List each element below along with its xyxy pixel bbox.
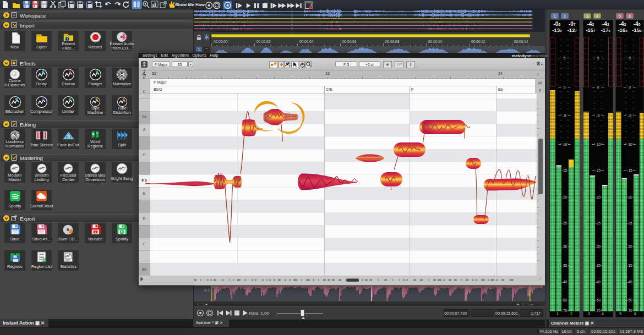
svg-text:5: 5 [564, 56, 566, 60]
svg-text:-15: -15 [596, 168, 601, 172]
svg-text:-35: -35 [596, 263, 601, 267]
svg-text:-70: -70 [627, 309, 632, 312]
svg-text:-15: -15 [627, 168, 632, 172]
svg-text:-15: -15 [562, 168, 567, 172]
svg-text:0: 0 [597, 85, 599, 89]
svg-text:-40: -40 [596, 280, 601, 284]
svg-text:-5: -5 [597, 114, 600, 118]
svg-text:-50: -50 [596, 298, 601, 302]
svg-text:-50: -50 [562, 298, 567, 302]
svg-text:-20: -20 [627, 195, 632, 199]
svg-text:-50: -50 [627, 298, 632, 302]
svg-text:-25: -25 [596, 221, 601, 225]
svg-text:5: 5 [597, 56, 599, 60]
svg-text:-40: -40 [562, 280, 567, 284]
svg-text:-30: -30 [627, 245, 632, 249]
svg-text:-10: -10 [627, 142, 632, 146]
svg-text:-30: -30 [562, 245, 567, 249]
svg-text:-30: -30 [596, 245, 601, 249]
svg-text:-25: -25 [562, 221, 567, 225]
svg-text:-5: -5 [563, 114, 566, 118]
svg-text:5: 5 [629, 56, 631, 60]
svg-text:0: 0 [564, 85, 566, 89]
svg-text:-35: -35 [562, 263, 567, 267]
svg-text:-35: -35 [627, 263, 632, 267]
svg-text:-5: -5 [628, 114, 631, 118]
svg-text:-70: -70 [562, 309, 567, 312]
svg-text:-20: -20 [562, 195, 567, 199]
svg-text:-10: -10 [562, 142, 567, 146]
svg-text:-40: -40 [627, 280, 632, 284]
svg-text:-70: -70 [596, 309, 601, 312]
svg-text:-20: -20 [596, 195, 601, 199]
svg-text:0: 0 [629, 85, 631, 89]
svg-text:-10: -10 [596, 142, 601, 146]
svg-text:-25: -25 [627, 221, 632, 225]
svg-text:dB: dB [67, 136, 70, 139]
